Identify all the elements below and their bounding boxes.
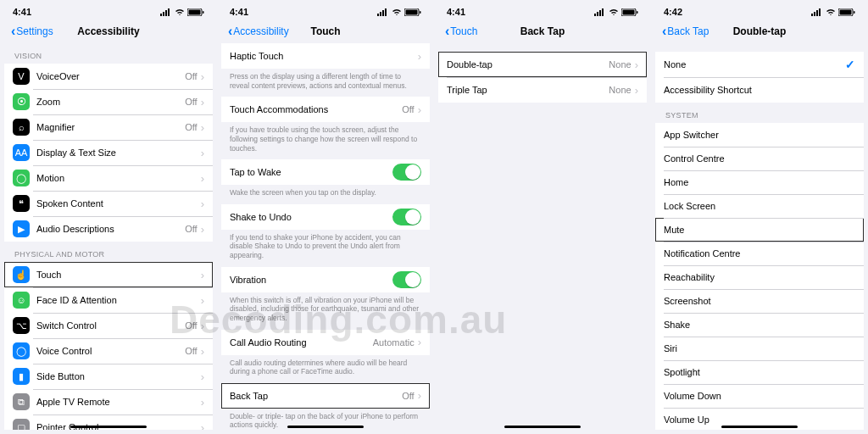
- svg-rect-27: [854, 11, 855, 14]
- svg-rect-22: [814, 12, 815, 16]
- row-label: Voice Control: [36, 346, 185, 356]
- row-icon: ⧉: [13, 393, 30, 410]
- battery-icon: [838, 8, 855, 16]
- list-item[interactable]: Notification Centre: [655, 242, 864, 265]
- row-footer: If you tend to shake your iPhone by acci…: [221, 230, 430, 267]
- list-item[interactable]: Lock Screen: [655, 194, 864, 218]
- row-label: Apple TV Remote: [36, 397, 201, 407]
- svg-rect-8: [380, 12, 381, 16]
- row-label: Motion: [36, 173, 201, 183]
- list-item[interactable]: Control Centre: [655, 147, 864, 170]
- home-indicator: [721, 426, 798, 428]
- row-label: Volume Up: [664, 415, 855, 425]
- list-item[interactable]: ▮ Side Button ›: [4, 364, 213, 389]
- list-item[interactable]: Double-tap None ›: [438, 52, 647, 77]
- chevron-right-icon: ›: [201, 96, 204, 108]
- list-item[interactable]: ⌕ Magnifier Off ›: [4, 114, 213, 140]
- list-item[interactable]: ⌥ Switch Control Off ›: [4, 313, 213, 338]
- list-item[interactable]: V VoiceOver Off ›: [4, 64, 213, 89]
- row-label: Touch Accommodations: [230, 104, 402, 114]
- list-item[interactable]: Reachability: [655, 265, 864, 289]
- list-item[interactable]: Shake to Undo: [221, 204, 430, 230]
- chevron-left-icon: ‹: [228, 25, 232, 38]
- svg-rect-1: [163, 12, 164, 16]
- nav-bar: ‹Touch Back Tap: [438, 19, 647, 43]
- row-label: Double-tap: [447, 59, 609, 70]
- status-bar: 4:41: [4, 4, 213, 19]
- list-item[interactable]: ❝ Spoken Content ›: [4, 191, 213, 216]
- svg-rect-23: [816, 10, 818, 16]
- home-indicator: [504, 426, 581, 428]
- list-item[interactable]: Touch AccommodationsOff›: [221, 97, 430, 122]
- list-item[interactable]: Volume Down: [655, 384, 864, 408]
- list-item[interactable]: ☝ Touch ›: [4, 262, 213, 287]
- list-item[interactable]: Home: [655, 170, 864, 194]
- row-label: Siri: [664, 343, 855, 353]
- list-item[interactable]: Back TapOff›: [221, 383, 430, 409]
- list-item[interactable]: Vibration: [221, 267, 430, 292]
- list-item[interactable]: ◯ Voice Control Off ›: [4, 338, 213, 364]
- wifi-icon: [826, 8, 836, 16]
- svg-rect-0: [160, 14, 162, 16]
- row-icon: ▮: [13, 368, 30, 385]
- list-item[interactable]: AA Display & Text Size ›: [4, 140, 213, 165]
- row-label: Home: [664, 177, 855, 187]
- svg-rect-10: [385, 8, 387, 16]
- chevron-right-icon: ›: [635, 58, 638, 71]
- list-item[interactable]: Spotlight: [655, 360, 864, 384]
- svg-rect-16: [599, 10, 601, 16]
- back-button[interactable]: ‹Touch: [445, 25, 477, 38]
- wifi-icon: [175, 8, 185, 16]
- list-item[interactable]: ☺ Face ID & Attention ›: [4, 287, 213, 313]
- toggle-switch[interactable]: [392, 271, 421, 288]
- list-item[interactable]: Triple Tap None ›: [438, 77, 647, 103]
- list-item[interactable]: App Switcher: [655, 123, 864, 147]
- chevron-right-icon: ›: [201, 223, 204, 236]
- list-item[interactable]: Shake: [655, 313, 864, 337]
- section-header: VISION: [4, 43, 213, 64]
- signal-icon: [377, 8, 389, 16]
- chevron-left-icon: ‹: [445, 25, 449, 38]
- row-icon: ❝: [13, 195, 30, 212]
- list-item[interactable]: Screenshot: [655, 289, 864, 313]
- row-label: Display & Text Size: [36, 147, 201, 158]
- back-button[interactable]: ‹Settings: [11, 25, 53, 38]
- list-item[interactable]: ◯ Motion ›: [4, 165, 213, 191]
- row-value: Off: [185, 320, 197, 331]
- status-bar: 4:42: [655, 4, 864, 19]
- svg-rect-7: [377, 14, 379, 16]
- row-icon: ⌕: [13, 119, 30, 136]
- chevron-right-icon: ›: [201, 147, 204, 159]
- svg-rect-14: [594, 14, 596, 16]
- list-item[interactable]: Mute: [655, 218, 864, 242]
- svg-rect-21: [811, 14, 813, 16]
- chevron-right-icon: ›: [418, 336, 421, 348]
- list-item[interactable]: ▶ Audio Descriptions Off ›: [4, 216, 213, 242]
- signal-icon: [811, 8, 823, 16]
- section-header: SYSTEM: [655, 103, 864, 123]
- toggle-switch[interactable]: [392, 164, 421, 181]
- svg-rect-19: [623, 9, 635, 14]
- row-label: Audio Descriptions: [36, 224, 185, 234]
- row-icon: V: [13, 68, 30, 85]
- list-item[interactable]: Accessibility Shortcut: [655, 77, 864, 103]
- back-button[interactable]: ‹Accessibility: [228, 25, 289, 38]
- list-item[interactable]: Siri: [655, 337, 864, 360]
- chevron-right-icon: ›: [201, 345, 204, 358]
- list-item[interactable]: ⦿ Zoom Off ›: [4, 89, 213, 114]
- toggle-switch[interactable]: [392, 209, 421, 225]
- list-item[interactable]: Call Audio RoutingAutomatic›: [221, 330, 430, 355]
- list-item[interactable]: Haptic Touch›: [221, 43, 430, 69]
- svg-rect-9: [382, 10, 384, 16]
- back-button[interactable]: ‹Back Tap: [662, 25, 709, 38]
- list-item[interactable]: Tap to Wake: [221, 159, 430, 185]
- list-item[interactable]: None ✓: [655, 52, 864, 77]
- section-header: PHYSICAL AND MOTOR: [4, 242, 213, 262]
- row-icon: ▶: [13, 220, 30, 237]
- list-item[interactable]: ⧉ Apple TV Remote ›: [4, 389, 213, 415]
- chevron-right-icon: ›: [635, 84, 638, 97]
- row-label: Zoom: [36, 97, 185, 107]
- row-label: Notification Centre: [664, 248, 855, 259]
- chevron-right-icon: ›: [201, 269, 204, 281]
- row-label: Shake: [664, 320, 855, 330]
